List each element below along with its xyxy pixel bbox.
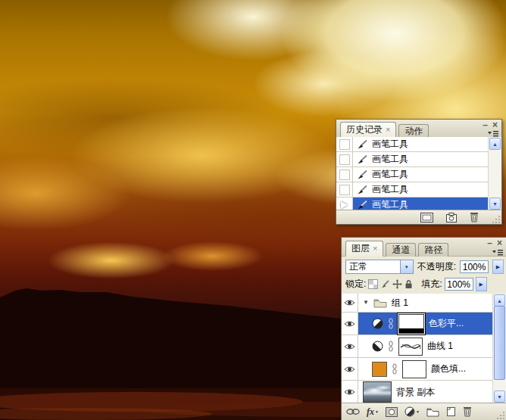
delete-state-trash-icon[interactable] <box>470 211 479 223</box>
scroll-down-icon[interactable]: ▼ <box>494 390 505 403</box>
tab-history[interactable]: 历史记录 × <box>340 122 396 138</box>
layer-name: 背景 副本 <box>396 386 435 399</box>
minimize-icon[interactable]: – <box>487 238 492 247</box>
new-group-folder-icon[interactable] <box>426 406 439 418</box>
close-icon[interactable]: × <box>497 238 502 247</box>
history-panel-menu-icon[interactable] <box>487 129 499 137</box>
mask-link-icon[interactable] <box>388 318 394 329</box>
layer-row-group[interactable]: ▼ 组 1 <box>342 294 493 313</box>
lock-paint-icon[interactable] <box>380 279 390 289</box>
visibility-eye-icon[interactable] <box>342 335 358 357</box>
chevron-down-icon[interactable]: ▼ <box>400 260 413 273</box>
history-source-well[interactable] <box>336 182 353 197</box>
visibility-eye-icon[interactable] <box>342 313 358 334</box>
scroll-up-icon[interactable]: ▲ <box>494 294 505 306</box>
lock-position-icon[interactable] <box>392 279 402 289</box>
history-state-row[interactable]: 画笔工具 <box>336 182 489 198</box>
layers-panel-menu-icon[interactable] <box>492 248 504 256</box>
fill-slider-arrow-icon[interactable]: ▶ <box>476 277 487 291</box>
group-folder-icon <box>373 298 387 308</box>
close-icon[interactable]: × <box>492 120 498 129</box>
minimize-icon[interactable]: – <box>483 120 488 129</box>
layers-window-buttons: – × <box>487 238 502 247</box>
lock-all-icon[interactable] <box>404 279 413 289</box>
tab-history-close-icon[interactable]: × <box>386 126 390 134</box>
history-panel: 历史记录 × 动作 – × <box>336 119 502 225</box>
opacity-value: 100% <box>463 262 486 272</box>
history-state-row-selected[interactable]: 画笔工具 <box>336 198 489 210</box>
history-source-well[interactable] <box>336 137 353 151</box>
visibility-eye-icon[interactable] <box>342 294 358 312</box>
history-state-pointer[interactable] <box>336 198 353 210</box>
history-panel-header: 历史记录 × 动作 – × <box>336 120 501 138</box>
tab-layers-close-icon[interactable]: × <box>373 244 377 253</box>
tab-layers-label: 图层 <box>351 242 370 255</box>
photoshop-workspace: 历史记录 × 动作 – × <box>0 0 506 420</box>
layers-scrollbar[interactable]: ▲ ▼ <box>492 294 506 403</box>
fill-field[interactable]: 100% <box>445 278 473 291</box>
history-state-row[interactable]: 画笔工具 <box>336 167 489 182</box>
new-layer-icon[interactable] <box>446 406 456 418</box>
lock-transparency-icon[interactable] <box>368 279 378 289</box>
layer-mask-thumbnail[interactable] <box>402 360 426 378</box>
brush-tool-icon <box>356 154 368 164</box>
link-layers-icon[interactable] <box>346 406 360 418</box>
history-window-buttons: – × <box>483 120 498 129</box>
layer-row-curves[interactable]: 曲线 1 <box>342 335 493 358</box>
history-scrollbar[interactable]: ▲ ▼ <box>488 137 501 210</box>
new-adjustment-layer-icon[interactable]: ▼ <box>404 406 420 418</box>
tab-paths[interactable]: 路径 <box>418 243 448 257</box>
layers-panel-header: 图层 × 通道 路径 – × <box>342 238 506 257</box>
fill-label: 填充: <box>421 278 442 291</box>
layers-footer: fx▼ ▼ <box>342 403 506 420</box>
history-state-label: 画笔工具 <box>372 138 408 151</box>
brush-tool-icon <box>356 185 368 194</box>
blend-mode-value: 正常 <box>346 260 400 273</box>
history-tabs: 历史记录 × 动作 <box>340 122 429 138</box>
opacity-slider-arrow-icon[interactable]: ▶ <box>492 260 504 274</box>
opacity-field[interactable]: 100% <box>460 260 489 273</box>
fill-value: 100% <box>447 279 470 290</box>
scroll-up-icon[interactable]: ▲ <box>489 138 501 150</box>
tab-layers[interactable]: 图层 × <box>345 241 383 257</box>
history-source-well[interactable] <box>336 167 353 182</box>
brush-tool-icon <box>356 139 368 149</box>
mask-link-icon[interactable] <box>392 363 398 375</box>
panel-resize-grip[interactable] <box>497 411 505 419</box>
layer-mask-thumbnail[interactable] <box>398 314 424 334</box>
new-snapshot-icon[interactable] <box>445 211 458 223</box>
delete-layer-trash-icon[interactable] <box>463 406 472 418</box>
tab-actions[interactable]: 动作 <box>398 124 429 138</box>
history-state-row[interactable]: 画笔工具 <box>336 137 489 152</box>
visibility-eye-icon[interactable] <box>342 381 358 403</box>
layer-mask-thumbnail[interactable] <box>398 338 423 356</box>
tab-history-label: 历史记录 <box>346 123 383 136</box>
tab-channels[interactable]: 通道 <box>386 243 416 257</box>
scrollbar-thumb[interactable] <box>494 306 505 380</box>
history-state-label: 画笔工具 <box>372 183 408 196</box>
layer-row-color-fill[interactable]: 颜色填... <box>342 358 493 381</box>
layer-image-thumbnail[interactable] <box>363 381 392 403</box>
layer-name: 颜色填... <box>431 362 466 375</box>
opacity-label: 不透明度: <box>417 260 456 273</box>
adjustment-layer-icon <box>372 318 383 329</box>
group-expand-icon[interactable]: ▼ <box>363 300 369 306</box>
layer-style-fx-icon[interactable]: fx▼ <box>367 406 379 418</box>
history-state-row[interactable]: 画笔工具 <box>336 152 489 167</box>
tab-actions-label: 动作 <box>404 125 423 138</box>
panel-resize-grip[interactable] <box>492 215 501 223</box>
layer-name: 曲线 1 <box>427 340 453 353</box>
layer-row-background-copy[interactable]: 背景 副本 <box>342 381 493 403</box>
fill-color-swatch[interactable] <box>372 362 387 377</box>
blend-mode-row: 正常 ▼ 不透明度: 100% ▶ <box>342 257 506 276</box>
history-source-well[interactable] <box>336 152 353 166</box>
visibility-eye-icon[interactable] <box>342 358 358 380</box>
new-document-from-state-icon[interactable] <box>420 211 433 223</box>
history-footer <box>336 210 501 224</box>
lock-row: 锁定: 填充: 100% ▶ <box>342 276 506 294</box>
add-layer-mask-icon[interactable] <box>386 406 398 418</box>
blend-mode-select[interactable]: 正常 ▼ <box>345 260 414 274</box>
mask-link-icon[interactable] <box>388 341 394 352</box>
layer-row-color-balance-selected[interactable]: 色彩平... <box>342 313 493 335</box>
scroll-down-icon[interactable]: ▼ <box>489 198 501 210</box>
